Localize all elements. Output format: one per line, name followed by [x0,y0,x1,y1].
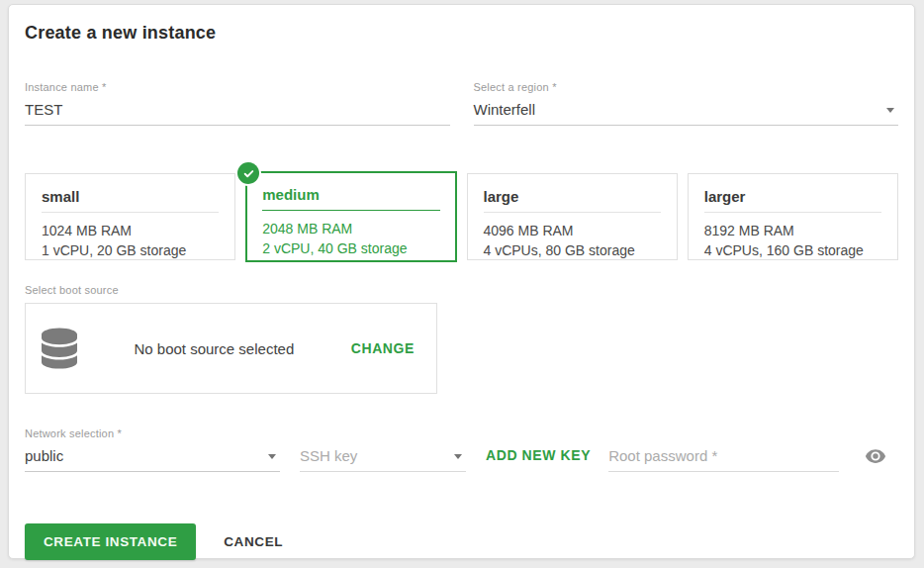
instance-name-input[interactable] [25,99,450,126]
chevron-down-icon [454,454,462,459]
flavor-card-medium[interactable]: medium 2048 MB RAM 2 vCPU, 40 GB storage [245,171,456,262]
change-boot-source-button[interactable]: CHANGE [351,340,415,356]
add-new-key-button[interactable]: ADD NEW KEY [486,447,591,463]
region-select[interactable]: Select a region * Winterfell [474,81,899,126]
create-instance-dialog: Create a new instance Instance name * Se… [8,4,915,559]
eye-icon[interactable] [863,445,888,467]
cancel-button[interactable]: CANCEL [224,534,283,549]
network-select[interactable]: Network selection * public [25,427,280,472]
boot-source-section: Select boot source No boot source select… [25,280,898,394]
flavor-specs: 2 vCPU, 40 GB storage [262,238,439,258]
chevron-down-icon [268,454,276,459]
boot-source-label: Select boot source [25,284,119,296]
create-instance-button[interactable]: CREATE INSTANCE [25,523,196,560]
check-icon [237,162,259,184]
ssh-key-placeholder: SSH key [300,445,466,472]
flavor-card-large[interactable]: large 4096 MB RAM 4 vCPUs, 80 GB storage [467,173,678,260]
name-region-row: Instance name * Select a region * Winter… [25,81,898,126]
flavor-name: small [42,188,219,213]
flavor-ram: 2048 MB RAM [262,219,439,238]
instance-name-label: Instance name * [25,81,450,93]
chevron-down-icon [886,108,894,113]
flavor-name: larger [704,188,881,213]
root-password-input[interactable] [608,445,839,472]
instance-name-field: Instance name * [25,81,450,126]
root-password-field [608,445,839,472]
boot-source-status: No boot source selected [77,340,351,357]
flavor-name: medium [262,186,439,211]
database-icon [42,328,77,369]
dialog-footer: CREATE INSTANCE CANCEL [25,523,898,560]
root-password-group [608,445,898,472]
flavor-specs: 4 vCPUs, 160 GB storage [704,240,881,260]
boot-source-box: No boot source selected CHANGE [25,303,437,394]
network-value: public [25,445,280,472]
flavor-ram: 4096 MB RAM [484,221,661,240]
network-row: Network selection * public SSH key ADD N… [25,427,898,472]
flavor-card-larger[interactable]: larger 8192 MB RAM 4 vCPUs, 160 GB stora… [688,173,898,260]
network-label: Network selection * [25,427,280,439]
flavor-ram: 1024 MB RAM [42,221,219,240]
flavor-cards-row: small 1024 MB RAM 1 vCPU, 20 GB storage … [25,173,898,262]
page-title: Create a new instance [25,23,898,44]
flavor-specs: 4 vCPUs, 80 GB storage [484,240,661,260]
flavor-name: large [484,188,661,213]
flavor-specs: 1 vCPU, 20 GB storage [42,240,219,260]
ssh-key-select[interactable]: SSH key [300,445,466,472]
region-value: Winterfell [474,99,899,126]
flavor-ram: 8192 MB RAM [704,221,881,240]
flavor-card-small[interactable]: small 1024 MB RAM 1 vCPU, 20 GB storage [25,173,235,260]
region-label: Select a region * [474,81,899,93]
